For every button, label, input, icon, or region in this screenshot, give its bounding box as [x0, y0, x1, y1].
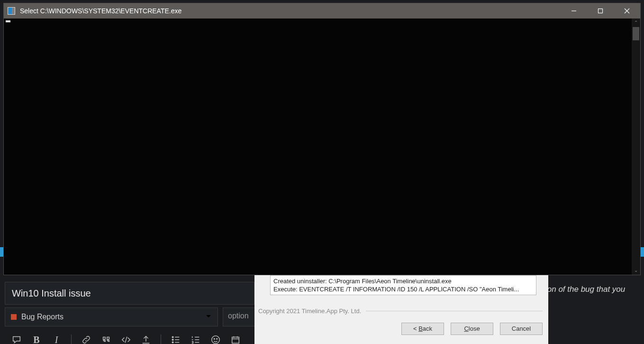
svg-rect-6	[232, 337, 239, 344]
installer-log-line: Created uninstaller: C:\Program Files\Ae…	[273, 277, 533, 285]
chevron-down-icon	[205, 313, 212, 321]
installer-log: Created uninstaller: C:\Program Files\Ae…	[270, 275, 536, 295]
close-button[interactable]: Close	[451, 323, 493, 335]
close-button[interactable]	[614, 3, 640, 19]
installer-copyright: Copyright 2021 Timeline.App Pty. Ltd.	[258, 307, 361, 315]
svg-point-1	[172, 339, 173, 341]
svg-point-3	[212, 336, 220, 344]
numbered-list-icon[interactable]	[190, 335, 201, 344]
svg-point-5	[217, 338, 218, 339]
link-icon[interactable]	[81, 335, 91, 344]
maximize-button[interactable]	[587, 3, 614, 19]
console-app-icon	[8, 7, 15, 15]
console-title: Select C:\WINDOWS\SYSTEM32\EVENTCREATE.e…	[20, 7, 181, 15]
console-body[interactable]: ⌃ ⌄	[4, 19, 640, 275]
scroll-thumb[interactable]	[633, 27, 639, 40]
cancel-button[interactable]: Cancel	[500, 323, 543, 335]
installer-log-line: Execute: EVENTCREATE /T INFORMATION /ID …	[273, 285, 533, 293]
scroll-down-arrow-icon[interactable]: ⌄	[632, 266, 640, 275]
topic-title-input[interactable]	[5, 282, 254, 305]
console-scrollbar[interactable]: ⌃ ⌄	[632, 19, 640, 275]
toolbar-separator	[71, 335, 72, 344]
emoji-icon[interactable]	[210, 335, 221, 344]
code-icon[interactable]	[121, 335, 131, 344]
italic-button[interactable]: I	[51, 335, 62, 344]
calendar-icon[interactable]	[230, 335, 241, 344]
category-select[interactable]: Bug Reports	[5, 307, 218, 326]
svg-point-4	[214, 338, 215, 339]
console-window: Select C:\WINDOWS\SYSTEM32\EVENTCREATE.e…	[3, 3, 641, 275]
divider	[366, 311, 543, 311]
toolbar-separator	[161, 335, 161, 344]
svg-point-0	[172, 336, 173, 338]
quote-icon[interactable]	[101, 335, 111, 344]
bold-button[interactable]: B	[31, 335, 42, 344]
tags-input[interactable]: option	[223, 307, 255, 326]
category-color-swatch	[11, 314, 17, 320]
minimize-button[interactable]	[561, 3, 587, 19]
svg-point-2	[172, 342, 173, 343]
speech-bubble-icon[interactable]	[11, 335, 22, 344]
installer-dialog: Created uninstaller: C:\Program Files\Ae…	[254, 275, 548, 344]
back-button[interactable]: < Back	[401, 323, 444, 335]
console-cursor	[6, 20, 10, 22]
scroll-up-arrow-icon[interactable]: ⌃	[632, 19, 640, 27]
category-label: Bug Reports	[21, 313, 63, 321]
console-titlebar[interactable]: Select C:\WINDOWS\SYSTEM32\EVENTCREATE.e…	[4, 3, 640, 19]
bulleted-list-icon[interactable]	[171, 335, 181, 344]
svg-rect-7	[599, 9, 603, 13]
upload-icon[interactable]	[141, 335, 151, 344]
